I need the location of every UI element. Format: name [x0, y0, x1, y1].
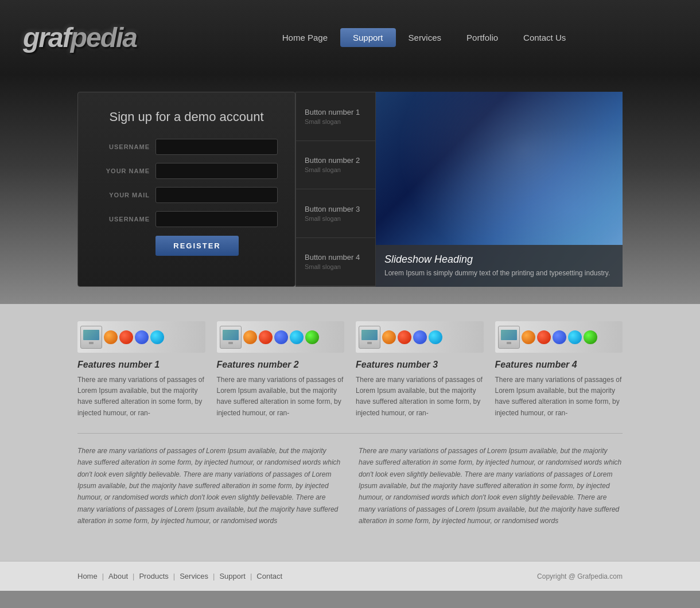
orb-cyan-icon-3: [429, 330, 442, 344]
content-area: Sign up for a demo account USERNAME YOUR…: [77, 92, 623, 287]
nav-portfolio[interactable]: Portfolio: [454, 28, 511, 47]
header: grafpedia Home Page Support Services Por…: [0, 0, 700, 75]
slide-image-area: Slideshow Heading Lorem Ipsum is simply …: [376, 92, 623, 287]
feature-text-1: There are many variations of passages of…: [77, 375, 205, 419]
slide-btn-4[interactable]: Button number 4 Small slogan: [296, 238, 375, 287]
text-col-right: There are many variations of passages of…: [359, 445, 623, 527]
screen-icon-2: [223, 330, 239, 340]
slide-btn-4-slogan: Small slogan: [305, 263, 367, 270]
orb-red-icon: [119, 330, 133, 344]
feature-title-3: Features number 3: [356, 360, 484, 370]
text-columns: There are many variations of passages of…: [77, 445, 623, 527]
footer-sep-4: |: [213, 572, 215, 580]
feature-icons-4: [495, 321, 623, 353]
slide-btn-3-slogan: Small slogan: [305, 215, 367, 222]
feature-title-4: Features number 4: [495, 360, 623, 370]
nav-support[interactable]: Support: [340, 28, 396, 47]
input-yourname[interactable]: [155, 163, 278, 179]
form-row-username: USERNAME: [95, 139, 278, 155]
slide-btn-2-slogan: Small slogan: [305, 166, 367, 173]
slide-caption-title: Slideshow Heading: [384, 254, 614, 266]
stand-icon-4: [507, 342, 511, 344]
form-row-yourmail: YOUR MAIL: [95, 187, 278, 203]
monitor-icon-3: [359, 326, 380, 349]
feature-item-1: Features number 1 There are many variati…: [77, 321, 205, 419]
label-yourname: YOUR NAME: [95, 167, 150, 174]
orb-green-icon-2: [305, 330, 319, 344]
screen-icon-3: [361, 330, 378, 340]
input-username[interactable]: [155, 139, 278, 155]
footer-link-services[interactable]: Services: [180, 572, 208, 580]
monitor-icon: [80, 326, 102, 349]
feature-text-3: There are many variations of passages of…: [356, 375, 484, 419]
footer-link-support[interactable]: Support: [219, 572, 246, 580]
slide-btn-1-slogan: Small slogan: [305, 118, 367, 125]
orb-blue-icon-3: [413, 330, 427, 344]
slide-btn-4-title: Button number 4: [305, 253, 367, 262]
register-button[interactable]: REGISTER: [155, 236, 239, 256]
feature-icons-2: [217, 321, 345, 353]
slide-btn-1-title: Button number 1: [305, 108, 367, 116]
nav-homepage[interactable]: Home Page: [270, 28, 340, 47]
feature-item-3: Features number 3 There are many variati…: [356, 321, 484, 419]
input-username2[interactable]: [155, 211, 278, 227]
label-yourmail: YOUR MAIL: [95, 192, 150, 198]
content-divider: [77, 433, 623, 434]
logo-area: grafpedia: [23, 22, 137, 53]
orb-green-icon-4: [584, 330, 597, 344]
monitor-icon-4: [498, 326, 520, 349]
form-title: Sign up for a demo account: [95, 110, 278, 124]
features-row: Features number 1 There are many variati…: [77, 321, 623, 419]
slide-btn-2-title: Button number 2: [305, 156, 367, 165]
input-yourmail[interactable]: [155, 187, 278, 203]
feature-text-4: There are many variations of passages of…: [495, 375, 623, 419]
main-nav: Home Page Support Services Portfolio Con…: [171, 28, 677, 47]
orb-cyan-icon: [150, 330, 164, 344]
feature-icons-1: [77, 321, 205, 353]
footer-link-home[interactable]: Home: [77, 572, 98, 580]
feature-title-2: Features number 2: [217, 360, 345, 370]
orb-red-icon-2: [259, 330, 273, 344]
orb-cyan-icon-4: [568, 330, 582, 344]
screen-icon: [83, 330, 99, 340]
nav-contactus[interactable]: Contact Us: [511, 28, 578, 47]
slide-caption-text: Lorem Ipsum is simply dummy text of the …: [384, 268, 614, 278]
label-username2: USERNAME: [95, 216, 150, 223]
footer-link-products[interactable]: Products: [139, 572, 168, 580]
stand-icon: [89, 342, 94, 344]
orb-red-icon-4: [537, 330, 551, 344]
screen-icon-4: [501, 330, 517, 340]
form-row-username2: USERNAME: [95, 211, 278, 227]
feature-text-2: There are many variations of passages of…: [217, 375, 345, 419]
orb-blue-icon: [135, 330, 149, 344]
footer-link-about[interactable]: About: [108, 572, 128, 580]
text-col-left: There are many variations of passages of…: [77, 445, 341, 527]
footer-copyright: Copyright @ Grafpedia.com: [537, 572, 623, 580]
dark-section: Sign up for a demo account USERNAME YOUR…: [0, 75, 700, 304]
slide-buttons: Button number 1 Small slogan Button numb…: [295, 92, 376, 287]
orb-red-icon-3: [398, 330, 411, 344]
footer-sep-2: |: [133, 572, 134, 580]
footer-sep-5: |: [250, 572, 252, 580]
label-username: USERNAME: [95, 143, 150, 150]
orb-orange-icon-3: [382, 330, 396, 344]
slide-btn-3-title: Button number 3: [305, 205, 367, 213]
orb-orange-icon-4: [522, 330, 535, 344]
logo: grafpedia: [23, 22, 137, 53]
nav-services[interactable]: Services: [396, 28, 454, 47]
monitor-icon-2: [220, 326, 242, 349]
slide-btn-1[interactable]: Button number 1 Small slogan: [296, 92, 375, 141]
orb-orange-icon: [104, 330, 118, 344]
stand-icon-3: [367, 342, 372, 344]
slide-caption: Slideshow Heading Lorem Ipsum is simply …: [376, 245, 623, 287]
form-row-yourname: YOUR NAME: [95, 163, 278, 179]
orb-cyan-icon-2: [290, 330, 304, 344]
feature-icons-3: [356, 321, 484, 353]
feature-item-2: Features number 2 There are many variati…: [217, 321, 345, 419]
orb-orange-icon-2: [243, 330, 257, 344]
footer: Home | About | Products | Services | Sup…: [0, 561, 700, 591]
footer-sep-1: |: [102, 572, 104, 580]
slide-btn-2[interactable]: Button number 2 Small slogan: [296, 141, 375, 190]
footer-link-contact[interactable]: Contact: [256, 572, 282, 580]
slide-btn-3[interactable]: Button number 3 Small slogan: [296, 189, 375, 238]
